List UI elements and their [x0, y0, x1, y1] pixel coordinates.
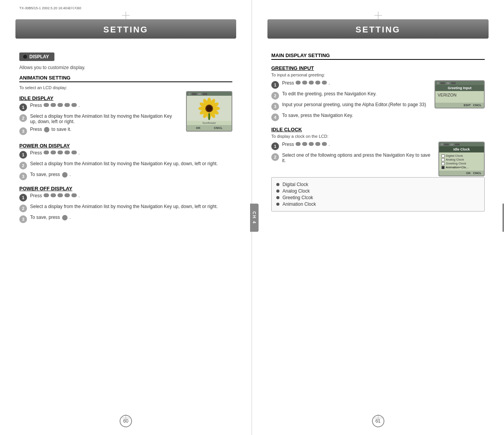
idle-clock-lcd: Idle Clock Digital Clock Analog Clock: [438, 142, 485, 176]
file-info: TX-30B5/15-1 2002.5.20 16:40페이지60: [19, 6, 81, 11]
idle-clock-check-list: Digital Clock Analog Clock Greeting Cloc…: [439, 152, 484, 171]
bullet-item-analog: Analog Clock: [276, 188, 480, 194]
greeting-step-circle-4: 4: [271, 113, 279, 121]
idle-clock-keys-icon: [295, 142, 327, 146]
check-item-analog: Analog Clock: [441, 158, 482, 161]
crosshair-bottom-left: [122, 414, 130, 423]
lcd-caption: Sunflower: [187, 121, 232, 125]
greeting-input-title: GREETING INPUT: [271, 65, 485, 71]
bullet-item-animation: Animation Clock: [276, 201, 480, 207]
idle-clock-step-1: 1 Press .: [271, 142, 431, 150]
power-on-step-2: 2 Select a display from the Animation li…: [19, 161, 232, 169]
left-content: DISPLAY Allows you to customize display.…: [0, 39, 252, 233]
idle-clock-statusbar: [439, 142, 484, 146]
power-off-step-2-text: Select a display from the Animation list…: [30, 204, 232, 209]
power-off-step-3: 3 To save, press .: [19, 215, 232, 223]
power-off-step-circle-3: 3: [19, 215, 27, 223]
greeting-step-4: 4 To save, press the Navigation Key.: [271, 113, 485, 121]
greeting-step-4-text: To save, press the Navigation Key.: [282, 113, 485, 118]
power-off-step-1-text: Press .: [30, 193, 232, 198]
greeting-step-circle-1: 1: [271, 81, 279, 89]
idle-clock-step-circle-1: 1: [271, 142, 279, 150]
check-item-digital: Digital Clock: [441, 154, 482, 157]
idle-step-3: 3 Press to save it.: [19, 127, 178, 135]
main-display-setting-title: MAIN DISPLAY SETTING: [271, 52, 485, 60]
greeting-step-2: 2 To edit the greeting, press the Naviga…: [271, 91, 427, 100]
right-page: SETTING MAIN DISPLAY SETTING GREETING IN…: [252, 0, 504, 435]
animation-setting-sub: To select an LCD display:: [19, 85, 232, 90]
lcd-statusbar: [187, 92, 232, 96]
clock-options-list: Digital Clock Analog Clock Greeting Clco…: [271, 177, 485, 212]
left-side-tab: CH 4: [250, 203, 259, 232]
greeting-step-3-text: Input your personal greeting, using the …: [282, 102, 427, 107]
right-content: MAIN DISPLAY SETTING GREETING INPUT To i…: [252, 39, 504, 219]
greeting-lcd-title: Greeting Input: [435, 85, 484, 91]
idle-clock-lcd-title: Idle Clock: [439, 146, 484, 152]
idle-step-3-text: Press to save it.: [30, 127, 178, 132]
idle-clock-step-circle-2: 2: [271, 153, 279, 161]
power-off-step-2: 2 Select a display from the Animation li…: [19, 204, 232, 212]
power-on-step-3-text: To save, press .: [30, 172, 232, 178]
greeting-step-circle-2: 2: [271, 92, 279, 100]
check-item-greeting: Greeting Clock: [441, 162, 482, 165]
greeting-lcd-buttons: EDIT CNCL: [435, 103, 484, 108]
idle-clock-step-1-text: Press .: [282, 142, 431, 147]
phone-keys-icon: [43, 103, 77, 107]
power-on-step-1-text: Press .: [30, 150, 232, 156]
idle-display-lcd: Sunflower OK CNCL: [186, 91, 232, 132]
idle-step-1-text: Press .: [30, 103, 178, 108]
bullet-item-digital: Digital Clock: [276, 182, 480, 187]
power-off-display-title: POWER OFF DISPLAY: [19, 186, 232, 191]
greeting-step-1-text: Press .: [282, 80, 427, 86]
step-circle-2: 2: [19, 114, 27, 122]
greeting-step-2-text: To edit the greeting, press the Navigati…: [282, 91, 427, 96]
lcd-buttons: OK CNCL: [187, 125, 232, 131]
save-circle-icon-2: [62, 172, 68, 178]
idle-step-2-text: Select a display from the Animation list…: [30, 113, 178, 124]
idle-clock-step-2-text: Select one of the following options and …: [282, 152, 431, 163]
badge-subtitle: Allows you to customize display.: [19, 65, 232, 70]
greeting-statusbar: [435, 81, 484, 85]
check-item-animation: Animation+Clo...: [441, 166, 482, 169]
power-off-step-3-text: To save, press .: [30, 215, 232, 220]
save-circle-icon: [44, 127, 49, 132]
power-on-display-title: POWER ON DISPLAY: [19, 143, 232, 149]
greeting-lcd: Greeting Input VERIZON EDIT CNCL: [435, 80, 485, 108]
crosshair-bottom-right: [374, 414, 382, 423]
power-on-step-circle-2: 2: [19, 162, 27, 169]
power-off-step-circle-1: 1: [19, 194, 27, 201]
sunflower-image: [187, 96, 232, 121]
power-off-step-1: 1 Press .: [19, 193, 232, 201]
idle-clock-lcd-buttons: OK CNCL: [439, 171, 484, 176]
greeting-input-sub: To input a personal greeting:: [271, 73, 485, 77]
greeting-step-1: 1 Press .: [271, 80, 427, 89]
left-header-banner: SETTING: [15, 19, 236, 39]
power-on-step-circle-1: 1: [19, 151, 27, 159]
greeting-step-circle-3: 3: [271, 103, 279, 110]
power-on-step-2-text: Select a display from the Animation list…: [30, 161, 232, 166]
crosshair-top-right: [374, 12, 382, 21]
right-side-tab: CH 4: [502, 203, 504, 232]
greeting-lcd-content: VERIZON: [435, 91, 484, 103]
save-circle-icon-3: [62, 215, 68, 220]
idle-clock-sub: To display a clock on the LCD:: [271, 134, 485, 139]
idle-step-2: 2 Select a display from the Animation li…: [19, 113, 178, 124]
power-on-keys-icon: [43, 151, 77, 154]
animation-setting-title: ANIMATION SETTING: [19, 75, 232, 82]
idle-clock-title: IDLE CLOCK: [271, 127, 485, 132]
page-spread: TX-30B5/15-1 2002.5.20 16:40페이지60 SETTIN…: [0, 0, 504, 435]
crosshair-top-left: [122, 12, 130, 21]
idle-clock-step-2: 2 Select one of the following options an…: [271, 152, 431, 163]
power-off-step-circle-2: 2: [19, 205, 27, 212]
badge-dot: [23, 55, 27, 59]
svg-rect-16: [208, 113, 210, 120]
bullet-item-greeting: Greeting Clcok: [276, 195, 480, 200]
power-on-step-1: 1 Press .: [19, 150, 232, 159]
step-circle-1: 1: [19, 103, 27, 111]
display-badge: DISPLAY: [19, 52, 54, 61]
power-off-keys-icon: [43, 193, 77, 197]
idle-step-1: 1 Press .: [19, 103, 178, 111]
right-header-banner: SETTING: [267, 19, 489, 39]
greeting-step-3: 3 Input your personal greeting, using th…: [271, 102, 427, 110]
power-on-step-3: 3 To save, press .: [19, 172, 232, 180]
